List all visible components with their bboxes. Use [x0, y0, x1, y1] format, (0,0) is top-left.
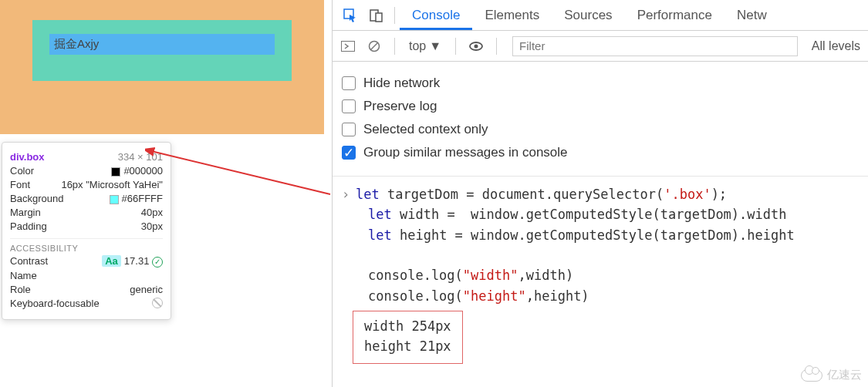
ban-icon: [152, 298, 163, 308]
tooltip-padding-label: Padding: [10, 220, 47, 232]
tooltip-a11y-header: ACCESSIBILITY: [10, 238, 163, 253]
devtools-panel: Console Elements Sources Performance Net…: [332, 0, 868, 387]
tooltip-margin-value: 40px: [141, 207, 163, 218]
filter-input[interactable]: [512, 36, 798, 56]
code-line: let width = window.getComputedStyle(targ…: [342, 204, 863, 224]
page-preview: 掘金Axjy div.box 334 × 101 Color #000000 F…: [0, 0, 324, 387]
tooltip-selector: div.box: [10, 151, 45, 163]
console-sidebar-toggle-icon[interactable]: [337, 37, 359, 56]
tooltip-bg-value: #66FFFF: [110, 193, 163, 204]
tooltip-kf-label: Keyboard-focusable: [10, 298, 100, 309]
opt-hide-network[interactable]: Hide network: [342, 76, 859, 91]
context-selector[interactable]: top ▼: [404, 39, 446, 53]
code-line: let height = window.getComputedStyle(tar…: [342, 225, 863, 245]
tooltip-name-label: Name: [10, 270, 37, 281]
watermark: 亿速云: [801, 368, 862, 382]
inspect-element-icon[interactable]: [337, 0, 363, 30]
tooltip-bg-label: Background: [10, 193, 63, 204]
tooltip-color-value: #000000: [111, 165, 163, 177]
tooltip-contrast-label: Contrast: [10, 255, 48, 267]
clear-console-icon[interactable]: [363, 37, 385, 56]
check-icon: ✓: [152, 257, 163, 268]
console-output: ›let targetDom = document.querySelector(…: [333, 177, 868, 368]
svg-point-8: [475, 44, 478, 48]
tooltip-font-label: Font: [10, 179, 30, 190]
preview-content-box: 掘金Axjy: [49, 34, 275, 55]
console-toolbar: top ▼ All levels: [333, 31, 868, 62]
tooltip-padding-value: 30px: [141, 220, 163, 232]
element-inspect-tooltip: div.box 334 × 101 Color #000000 Font 16p…: [2, 142, 171, 320]
annotation-arrow-icon: [145, 140, 338, 202]
cloud-icon: [801, 369, 822, 382]
tab-elements[interactable]: Elements: [472, 0, 552, 30]
opt-preserve-log[interactable]: Preserve log: [342, 99, 859, 114]
console-input-line[interactable]: ›let targetDom = document.querySelector(…: [342, 184, 863, 204]
log-levels-selector[interactable]: All levels: [809, 39, 863, 53]
tooltip-role-value: generic: [130, 284, 163, 295]
opt-selected-context[interactable]: Selected context only: [342, 122, 859, 137]
tooltip-dimensions: 334 × 101: [118, 151, 163, 163]
opt-group-similar[interactable]: ✓Group similar messages in console: [342, 145, 859, 160]
tooltip-font-value: 16px "Microsoft YaHei": [61, 179, 163, 190]
tooltip-color-label: Color: [10, 165, 34, 177]
code-line: [342, 245, 863, 265]
tooltip-role-label: Role: [10, 284, 31, 295]
dropdown-triangle-icon: ▼: [429, 39, 441, 53]
tab-performance[interactable]: Performance: [625, 0, 724, 30]
console-log-output: width 254px height 21px: [353, 311, 463, 364]
svg-line-6: [371, 42, 378, 49]
device-toolbar-icon[interactable]: [363, 0, 390, 30]
tab-sources[interactable]: Sources: [552, 0, 624, 30]
code-line: console.log("width",width): [342, 265, 863, 285]
preview-margin-area: 掘金Axjy: [0, 0, 324, 134]
tooltip-margin-label: Margin: [10, 207, 41, 218]
svg-rect-3: [376, 13, 382, 22]
code-line: console.log("height",height): [342, 286, 863, 306]
devtools-tabbar: Console Elements Sources Performance Net…: [333, 0, 868, 31]
tab-network[interactable]: Netw: [724, 0, 779, 30]
console-settings: Hide network Preserve log Selected conte…: [333, 62, 868, 177]
svg-line-0: [151, 151, 330, 194]
tooltip-contrast-value: Aa17.31 ✓: [102, 255, 163, 268]
live-expression-icon[interactable]: [465, 37, 487, 56]
preview-padding-area: 掘金Axjy: [32, 20, 292, 81]
tab-console[interactable]: Console: [400, 0, 472, 30]
